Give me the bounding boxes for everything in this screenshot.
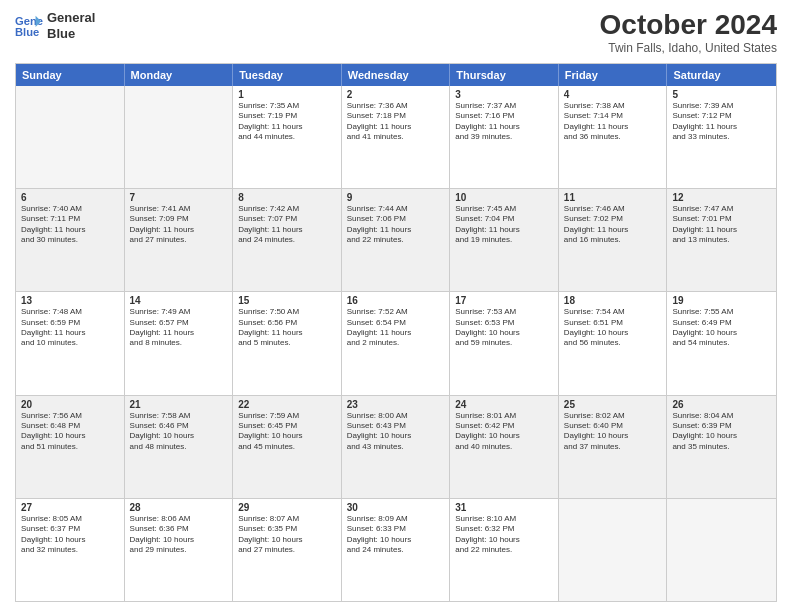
cell-info: Sunrise: 7:41 AM Sunset: 7:09 PM Dayligh… xyxy=(130,204,228,246)
calendar-cell: 26Sunrise: 8:04 AM Sunset: 6:39 PM Dayli… xyxy=(667,396,776,498)
logo-line2: Blue xyxy=(47,26,95,42)
calendar-cell: 31Sunrise: 8:10 AM Sunset: 6:32 PM Dayli… xyxy=(450,499,559,601)
day-number: 6 xyxy=(21,192,119,203)
logo-icon: General Blue xyxy=(15,12,43,40)
day-number: 25 xyxy=(564,399,662,410)
calendar-cell xyxy=(16,86,125,188)
calendar-week: 13Sunrise: 7:48 AM Sunset: 6:59 PM Dayli… xyxy=(16,292,776,395)
calendar-cell: 21Sunrise: 7:58 AM Sunset: 6:46 PM Dayli… xyxy=(125,396,234,498)
cell-info: Sunrise: 7:54 AM Sunset: 6:51 PM Dayligh… xyxy=(564,307,662,349)
day-number: 11 xyxy=(564,192,662,203)
day-number: 21 xyxy=(130,399,228,410)
logo: General Blue General Blue xyxy=(15,10,95,41)
cell-info: Sunrise: 7:37 AM Sunset: 7:16 PM Dayligh… xyxy=(455,101,553,143)
cell-info: Sunrise: 7:50 AM Sunset: 6:56 PM Dayligh… xyxy=(238,307,336,349)
cell-info: Sunrise: 8:09 AM Sunset: 6:33 PM Dayligh… xyxy=(347,514,445,556)
header-right: October 2024 Twin Falls, Idaho, United S… xyxy=(600,10,777,55)
cell-info: Sunrise: 7:48 AM Sunset: 6:59 PM Dayligh… xyxy=(21,307,119,349)
cell-info: Sunrise: 8:07 AM Sunset: 6:35 PM Dayligh… xyxy=(238,514,336,556)
day-number: 22 xyxy=(238,399,336,410)
calendar-cell: 23Sunrise: 8:00 AM Sunset: 6:43 PM Dayli… xyxy=(342,396,451,498)
cell-info: Sunrise: 7:39 AM Sunset: 7:12 PM Dayligh… xyxy=(672,101,771,143)
calendar-cell: 6Sunrise: 7:40 AM Sunset: 7:11 PM Daylig… xyxy=(16,189,125,291)
cell-info: Sunrise: 7:52 AM Sunset: 6:54 PM Dayligh… xyxy=(347,307,445,349)
day-number: 12 xyxy=(672,192,771,203)
calendar-header-cell: Saturday xyxy=(667,64,776,86)
calendar-cell: 14Sunrise: 7:49 AM Sunset: 6:57 PM Dayli… xyxy=(125,292,234,394)
calendar-header-cell: Tuesday xyxy=(233,64,342,86)
calendar-cell xyxy=(125,86,234,188)
calendar-cell: 16Sunrise: 7:52 AM Sunset: 6:54 PM Dayli… xyxy=(342,292,451,394)
calendar-header: SundayMondayTuesdayWednesdayThursdayFrid… xyxy=(16,64,776,86)
logo-line1: General xyxy=(47,10,95,26)
calendar-cell: 19Sunrise: 7:55 AM Sunset: 6:49 PM Dayli… xyxy=(667,292,776,394)
calendar-cell xyxy=(667,499,776,601)
calendar-cell: 24Sunrise: 8:01 AM Sunset: 6:42 PM Dayli… xyxy=(450,396,559,498)
calendar-cell: 28Sunrise: 8:06 AM Sunset: 6:36 PM Dayli… xyxy=(125,499,234,601)
cell-info: Sunrise: 8:04 AM Sunset: 6:39 PM Dayligh… xyxy=(672,411,771,453)
day-number: 2 xyxy=(347,89,445,100)
cell-info: Sunrise: 8:06 AM Sunset: 6:36 PM Dayligh… xyxy=(130,514,228,556)
cell-info: Sunrise: 8:05 AM Sunset: 6:37 PM Dayligh… xyxy=(21,514,119,556)
cell-info: Sunrise: 7:49 AM Sunset: 6:57 PM Dayligh… xyxy=(130,307,228,349)
month-title: October 2024 xyxy=(600,10,777,41)
cell-info: Sunrise: 7:44 AM Sunset: 7:06 PM Dayligh… xyxy=(347,204,445,246)
day-number: 30 xyxy=(347,502,445,513)
calendar-cell: 17Sunrise: 7:53 AM Sunset: 6:53 PM Dayli… xyxy=(450,292,559,394)
calendar-cell: 12Sunrise: 7:47 AM Sunset: 7:01 PM Dayli… xyxy=(667,189,776,291)
cell-info: Sunrise: 7:58 AM Sunset: 6:46 PM Dayligh… xyxy=(130,411,228,453)
day-number: 10 xyxy=(455,192,553,203)
cell-info: Sunrise: 7:40 AM Sunset: 7:11 PM Dayligh… xyxy=(21,204,119,246)
day-number: 3 xyxy=(455,89,553,100)
day-number: 18 xyxy=(564,295,662,306)
cell-info: Sunrise: 7:46 AM Sunset: 7:02 PM Dayligh… xyxy=(564,204,662,246)
svg-text:Blue: Blue xyxy=(15,26,39,38)
day-number: 5 xyxy=(672,89,771,100)
calendar-cell: 11Sunrise: 7:46 AM Sunset: 7:02 PM Dayli… xyxy=(559,189,668,291)
location: Twin Falls, Idaho, United States xyxy=(600,41,777,55)
calendar-week: 20Sunrise: 7:56 AM Sunset: 6:48 PM Dayli… xyxy=(16,396,776,499)
day-number: 20 xyxy=(21,399,119,410)
header: General Blue General Blue October 2024 T… xyxy=(15,10,777,55)
calendar-cell: 30Sunrise: 8:09 AM Sunset: 6:33 PM Dayli… xyxy=(342,499,451,601)
page: General Blue General Blue October 2024 T… xyxy=(0,0,792,612)
day-number: 23 xyxy=(347,399,445,410)
calendar-cell: 5Sunrise: 7:39 AM Sunset: 7:12 PM Daylig… xyxy=(667,86,776,188)
day-number: 24 xyxy=(455,399,553,410)
calendar-cell: 1Sunrise: 7:35 AM Sunset: 7:19 PM Daylig… xyxy=(233,86,342,188)
cell-info: Sunrise: 7:47 AM Sunset: 7:01 PM Dayligh… xyxy=(672,204,771,246)
calendar-cell: 18Sunrise: 7:54 AM Sunset: 6:51 PM Dayli… xyxy=(559,292,668,394)
day-number: 7 xyxy=(130,192,228,203)
cell-info: Sunrise: 7:36 AM Sunset: 7:18 PM Dayligh… xyxy=(347,101,445,143)
calendar-header-cell: Friday xyxy=(559,64,668,86)
calendar-cell: 29Sunrise: 8:07 AM Sunset: 6:35 PM Dayli… xyxy=(233,499,342,601)
calendar-cell: 10Sunrise: 7:45 AM Sunset: 7:04 PM Dayli… xyxy=(450,189,559,291)
logo-text: General Blue xyxy=(47,10,95,41)
calendar-cell: 25Sunrise: 8:02 AM Sunset: 6:40 PM Dayli… xyxy=(559,396,668,498)
day-number: 15 xyxy=(238,295,336,306)
calendar: SundayMondayTuesdayWednesdayThursdayFrid… xyxy=(15,63,777,602)
day-number: 19 xyxy=(672,295,771,306)
calendar-cell: 22Sunrise: 7:59 AM Sunset: 6:45 PM Dayli… xyxy=(233,396,342,498)
cell-info: Sunrise: 7:56 AM Sunset: 6:48 PM Dayligh… xyxy=(21,411,119,453)
calendar-week: 6Sunrise: 7:40 AM Sunset: 7:11 PM Daylig… xyxy=(16,189,776,292)
day-number: 27 xyxy=(21,502,119,513)
cell-info: Sunrise: 8:00 AM Sunset: 6:43 PM Dayligh… xyxy=(347,411,445,453)
cell-info: Sunrise: 7:45 AM Sunset: 7:04 PM Dayligh… xyxy=(455,204,553,246)
calendar-cell: 27Sunrise: 8:05 AM Sunset: 6:37 PM Dayli… xyxy=(16,499,125,601)
day-number: 31 xyxy=(455,502,553,513)
calendar-cell: 13Sunrise: 7:48 AM Sunset: 6:59 PM Dayli… xyxy=(16,292,125,394)
day-number: 14 xyxy=(130,295,228,306)
calendar-cell: 8Sunrise: 7:42 AM Sunset: 7:07 PM Daylig… xyxy=(233,189,342,291)
calendar-cell: 15Sunrise: 7:50 AM Sunset: 6:56 PM Dayli… xyxy=(233,292,342,394)
calendar-week: 1Sunrise: 7:35 AM Sunset: 7:19 PM Daylig… xyxy=(16,86,776,189)
day-number: 29 xyxy=(238,502,336,513)
calendar-cell: 3Sunrise: 7:37 AM Sunset: 7:16 PM Daylig… xyxy=(450,86,559,188)
calendar-header-cell: Thursday xyxy=(450,64,559,86)
day-number: 16 xyxy=(347,295,445,306)
cell-info: Sunrise: 7:55 AM Sunset: 6:49 PM Dayligh… xyxy=(672,307,771,349)
calendar-header-cell: Sunday xyxy=(16,64,125,86)
day-number: 13 xyxy=(21,295,119,306)
calendar-week: 27Sunrise: 8:05 AM Sunset: 6:37 PM Dayli… xyxy=(16,499,776,601)
calendar-cell xyxy=(559,499,668,601)
